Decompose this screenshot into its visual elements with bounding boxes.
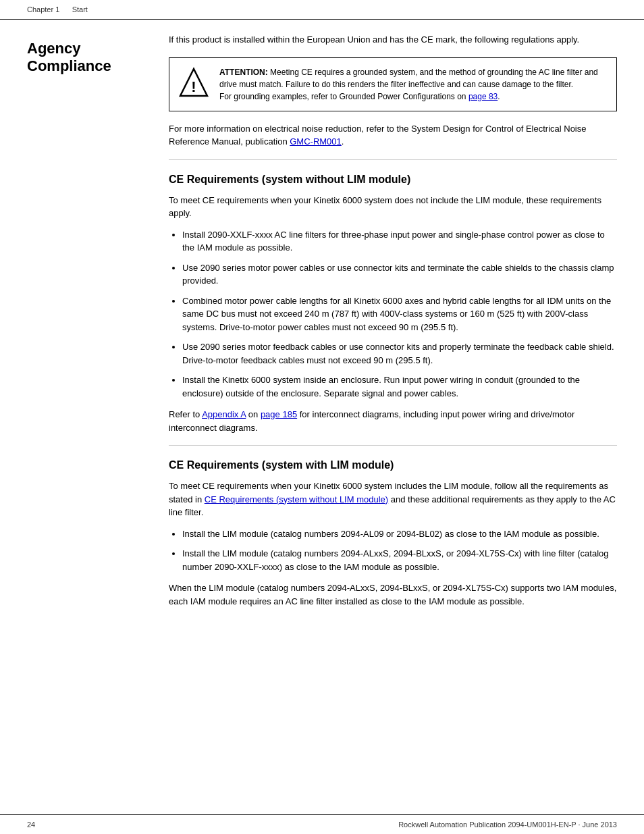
attention-label: ATTENTION: xyxy=(219,68,268,77)
list-item: Install the LIM module (catalog numbers … xyxy=(182,527,617,541)
gmc-rm001-link[interactable]: GMC-RM001 xyxy=(290,136,342,147)
svg-text:!: ! xyxy=(191,78,196,95)
divider2 xyxy=(169,445,617,446)
subsection1-refer: Refer to Appendix A on page 185 for inte… xyxy=(169,408,617,434)
subsection1-bullets: Install 2090-XXLF-xxxx AC line filters f… xyxy=(182,228,617,400)
divider xyxy=(169,159,617,160)
list-item: Install 2090-XXLF-xxxx AC line filters f… xyxy=(182,228,617,255)
list-item: Combined motor power cable lengths for a… xyxy=(182,294,617,334)
list-item: Use 2090 series motor feedback cables or… xyxy=(182,340,617,367)
refer-mid: on xyxy=(246,409,261,419)
body-text-content: For more information on electrical noise… xyxy=(169,124,586,147)
body-text-suffix: . xyxy=(342,136,344,147)
appendix-a-link[interactable]: Appendix A xyxy=(202,409,246,419)
intro-paragraph: If this product is installed within the … xyxy=(169,33,617,47)
page-footer: 24 Rockwell Automation Publication 2094-… xyxy=(0,814,644,834)
attention-page-link[interactable]: page 83 xyxy=(468,92,498,101)
subsection1-title: CE Requirements (system without LIM modu… xyxy=(169,174,617,186)
page-header: Chapter 1 Start xyxy=(0,0,644,20)
content-area: Agency Compliance If this product is ins… xyxy=(0,20,644,643)
warning-icon: ! xyxy=(178,66,210,99)
subsection2-title: CE Requirements (system with LIM module) xyxy=(169,459,617,471)
page: Chapter 1 Start Agency Compliance If thi… xyxy=(0,0,644,834)
ce-without-lim-link[interactable]: CE Requirements (system without LIM modu… xyxy=(205,494,388,504)
subsection1-intro: To meet CE requirements when your Kineti… xyxy=(169,194,617,220)
attention-body: Meeting CE requires a grounded system, a… xyxy=(219,68,598,89)
list-item: Install the LIM module (catalog numbers … xyxy=(182,547,617,573)
chapter-label: Chapter 1 xyxy=(27,5,59,14)
attention-grounding-suffix: . xyxy=(498,92,500,101)
attention-box: ! ATTENTION: Meeting CE requires a groun… xyxy=(169,57,617,111)
publisher-info: Rockwell Automation Publication 2094-UM0… xyxy=(398,820,617,829)
body-reference: For more information on electrical noise… xyxy=(169,122,617,149)
page-title: Agency Compliance xyxy=(27,40,149,76)
left-column: Agency Compliance xyxy=(27,33,162,616)
subsection2-bullets: Install the LIM module (catalog numbers … xyxy=(182,527,617,574)
subsection2-intro: To meet CE requirements when your Kineti… xyxy=(169,479,617,519)
attention-grounding-prefix: For grounding examples, refer to Grounde… xyxy=(219,92,468,101)
page-number: 24 xyxy=(27,820,35,829)
section-label: Start xyxy=(72,5,88,14)
right-column: If this product is installed within the … xyxy=(162,33,617,616)
list-item: Use 2090 series motor power cables or us… xyxy=(182,261,617,288)
attention-content: ATTENTION: Meeting CE requires a grounde… xyxy=(219,66,608,103)
list-item: Install the Kinetix 6000 system inside a… xyxy=(182,373,617,400)
subsection2-extra: When the LIM module (catalog numbers 209… xyxy=(169,581,617,608)
refer-prefix: Refer to xyxy=(169,409,202,419)
page-185-link[interactable]: page 185 xyxy=(261,409,297,419)
